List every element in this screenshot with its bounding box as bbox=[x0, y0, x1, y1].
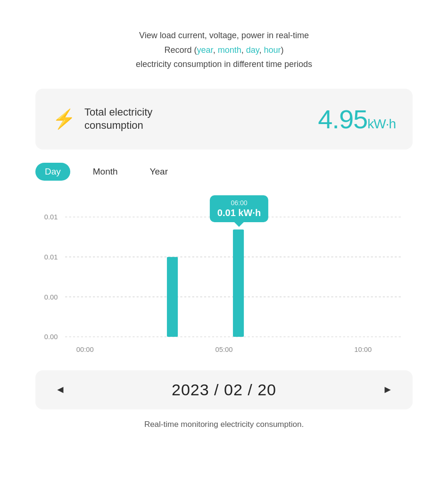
current-date: 2023 / 02 / 20 bbox=[172, 381, 276, 399]
chart-container: 06:00 0.01 kW·h 0.01 0.01 0.00 0.00 bbox=[35, 192, 413, 362]
svg-text:0.01: 0.01 bbox=[44, 253, 58, 261]
total-consumption-card: ⚡ Total electricityconsumption 4.95kW·h bbox=[35, 89, 413, 150]
svg-text:0.01: 0.01 bbox=[44, 213, 58, 221]
chart-svg: 0.01 0.01 0.00 0.00 00:00 05:00 10:00 bbox=[35, 192, 413, 362]
card-value: 4.95kW·h bbox=[318, 104, 396, 134]
tab-bar: Day Month Year bbox=[35, 163, 413, 181]
tab-year[interactable]: Year bbox=[141, 163, 177, 181]
header-line2: Record (year, month, day, hour) bbox=[136, 43, 312, 58]
bolt-icon: ⚡ bbox=[52, 109, 76, 128]
header-line1: View load current, voltage, power in rea… bbox=[136, 28, 312, 43]
tab-month[interactable]: Month bbox=[83, 163, 127, 181]
svg-text:05:00: 05:00 bbox=[216, 346, 233, 353]
svg-rect-9 bbox=[233, 229, 244, 337]
card-left: ⚡ Total electricityconsumption bbox=[52, 106, 152, 133]
header-description: View load current, voltage, power in rea… bbox=[136, 28, 312, 72]
date-navigation: ◄ 2023 / 02 / 20 ► bbox=[35, 370, 413, 409]
header-line3: electricity consumption in different tim… bbox=[136, 57, 312, 72]
svg-text:00:00: 00:00 bbox=[76, 346, 94, 353]
card-label: Total electricityconsumption bbox=[84, 106, 152, 133]
svg-text:10:00: 10:00 bbox=[354, 346, 372, 353]
tab-day[interactable]: Day bbox=[35, 163, 70, 181]
svg-text:0.00: 0.00 bbox=[44, 333, 58, 341]
next-date-button[interactable]: ► bbox=[378, 382, 398, 398]
chart-section: Day Month Year 06:00 0.01 kW·h 0.01 0.01… bbox=[35, 163, 413, 362]
footer-text: Real-time monitoring electricity consump… bbox=[144, 420, 304, 429]
svg-text:0.00: 0.00 bbox=[44, 293, 58, 300]
svg-rect-8 bbox=[167, 257, 178, 336]
prev-date-button[interactable]: ◄ bbox=[50, 382, 70, 398]
